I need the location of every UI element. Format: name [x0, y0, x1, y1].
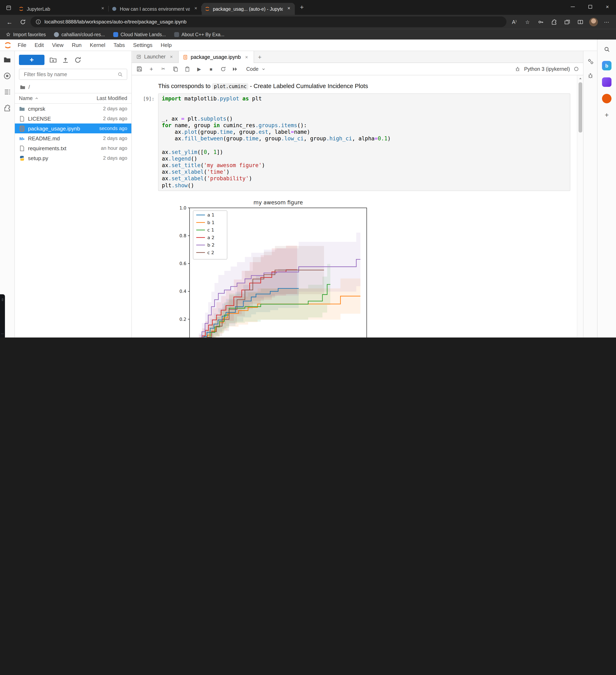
upload-icon[interactable]: [62, 56, 69, 64]
table-of-contents-icon[interactable]: [3, 88, 11, 96]
new-launcher-button[interactable]: +: [19, 55, 45, 65]
window-close-button[interactable]: ×: [599, 0, 616, 13]
tab-actions-icon[interactable]: [3, 3, 14, 13]
debugger-sidebar-icon[interactable]: [587, 72, 594, 79]
refresh-file-list-icon[interactable]: [74, 56, 81, 64]
address-bar[interactable]: localhost:8888/lab/workspaces/auto-e/tre…: [30, 16, 506, 27]
restart-run-all-button[interactable]: [231, 65, 238, 72]
column-header-modified[interactable]: Last Modified: [96, 95, 127, 101]
sidebar-app-icon[interactable]: [602, 94, 611, 103]
file-row-cmprsk[interactable]: cmprsk 2 days ago: [15, 104, 131, 114]
file-row-setup[interactable]: setup.py 2 days ago: [15, 153, 131, 163]
running-sessions-icon[interactable]: [3, 72, 11, 80]
file-row-requirements[interactable]: requirements.txt an hour ago: [15, 143, 131, 153]
jupyterlab-menubar: File Edit View Run Kernel Tabs Settings …: [0, 40, 597, 51]
folder-icon: [19, 105, 25, 112]
menu-tabs[interactable]: Tabs: [110, 40, 129, 50]
left-edge-docked-strip[interactable]: ▯ ⋯ ▯: [0, 294, 5, 338]
sidebar-app-icon[interactable]: [602, 77, 611, 87]
column-header-name[interactable]: Name: [19, 95, 96, 101]
cut-cells-button[interactable]: ✂: [160, 65, 167, 72]
property-inspector-icon[interactable]: [587, 58, 594, 65]
tab-close-icon[interactable]: ×: [193, 6, 199, 12]
svg-text:1.0: 1.0: [180, 205, 187, 210]
tab-close-icon[interactable]: ×: [286, 6, 292, 12]
copy-cells-button[interactable]: [172, 65, 179, 72]
split-screen-icon[interactable]: [575, 16, 586, 27]
copilot-icon[interactable]: b: [602, 61, 611, 70]
scrollbar-thumb[interactable]: [578, 82, 582, 133]
browser-tab-notebook[interactable]: package_usag... (auto-e) - Jupyte ×: [202, 3, 295, 15]
favorites-bar: Import favorites cahallian/cloud-res... …: [0, 29, 616, 40]
right-activity-bar: [583, 51, 597, 338]
interrupt-kernel-button[interactable]: ■: [208, 65, 214, 72]
file-row-package-usage-notebook[interactable]: package_usage.ipynb seconds ago: [15, 124, 131, 133]
new-tab-button[interactable]: +: [296, 2, 307, 13]
tab-close-icon[interactable]: ×: [99, 6, 106, 12]
menu-edit[interactable]: Edit: [31, 40, 48, 50]
browser-tab-jupyterlab[interactable]: JupyterLab ×: [16, 3, 109, 15]
site-info-icon[interactable]: [36, 19, 41, 25]
new-dock-tab-button[interactable]: +: [254, 51, 266, 63]
svg-text:my awesom figure: my awesom figure: [254, 200, 303, 206]
file-browser-panel: + / Name: [15, 51, 132, 338]
file-row-license[interactable]: LICENSE 2 days ago: [15, 114, 131, 124]
debugger-bug-icon[interactable]: [515, 66, 521, 72]
tab-title: How can I access environment va: [120, 6, 190, 11]
dock-tab-notebook[interactable]: package_usage.ipynb ×: [179, 51, 254, 63]
sidebar-search-icon[interactable]: [602, 45, 611, 54]
restart-kernel-button[interactable]: [219, 65, 226, 72]
dock-strip-glyph: ▯: [2, 298, 3, 301]
new-folder-icon[interactable]: [50, 56, 57, 64]
favorite-item[interactable]: cahallian/cloud-res...: [54, 32, 105, 37]
collections-icon[interactable]: [562, 16, 572, 27]
favorite-import[interactable]: Import favorites: [6, 32, 46, 37]
tab-close-icon[interactable]: ×: [244, 54, 250, 60]
insert-cell-button[interactable]: +: [148, 65, 155, 72]
dock-tab-launcher[interactable]: Launcher ×: [132, 51, 179, 63]
refresh-icon[interactable]: [17, 16, 28, 27]
scroll-up-icon[interactable]: [578, 75, 582, 81]
file-icon: [19, 145, 25, 151]
jupyter-logo: [3, 41, 12, 49]
menu-file[interactable]: File: [14, 40, 30, 50]
add-sidebar-app-icon[interactable]: +: [602, 110, 611, 120]
menu-view[interactable]: View: [48, 40, 67, 50]
svg-text:b 2: b 2: [207, 242, 214, 247]
extension-manager-icon[interactable]: [3, 104, 11, 112]
browser-menu-icon[interactable]: ⋯: [601, 16, 612, 27]
file-filter-box[interactable]: [19, 69, 127, 80]
run-cell-button[interactable]: ▶: [196, 65, 203, 72]
menu-settings[interactable]: Settings: [129, 40, 156, 50]
kernel-name[interactable]: Python 3 (ipykernel): [524, 66, 570, 72]
matplotlib-figure: 0123450.00.20.40.60.81.0my awesom figure…: [169, 199, 375, 338]
extensions-icon[interactable]: [548, 16, 559, 27]
read-aloud-icon[interactable]: A⁾: [509, 16, 520, 27]
profile-avatar[interactable]: [588, 16, 599, 27]
favorite-item[interactable]: About C++ By Exa...: [174, 32, 224, 37]
menu-kernel[interactable]: Kernel: [86, 40, 109, 50]
favorite-item[interactable]: Cloud Native Lands...: [113, 32, 166, 37]
browser-window: JupyterLab × How can I access environmen…: [0, 0, 616, 338]
svg-text:0.2: 0.2: [180, 316, 187, 322]
window-minimize-button[interactable]: [564, 0, 581, 13]
favorites-icon[interactable]: ☆: [522, 16, 533, 27]
browser-tab-search[interactable]: How can I access environment va ×: [109, 3, 202, 15]
password-icon[interactable]: [535, 16, 546, 27]
file-filter-input[interactable]: [23, 71, 117, 78]
paste-cells-button[interactable]: [184, 65, 191, 72]
back-icon[interactable]: ←: [4, 16, 15, 27]
code-editor[interactable]: import matplotlib.pyplot as plt _, ax = …: [158, 93, 570, 191]
window-maximize-button[interactable]: [581, 0, 599, 13]
file-row-readme[interactable]: M README.md 2 days ago: [15, 133, 131, 143]
save-button[interactable]: [136, 65, 143, 72]
menu-run[interactable]: Run: [68, 40, 85, 50]
menu-help[interactable]: Help: [157, 40, 176, 50]
kernel-status-icon: [573, 66, 579, 72]
breadcrumb[interactable]: /: [15, 83, 131, 93]
tab-close-icon[interactable]: ×: [168, 54, 174, 60]
cell-type-dropdown[interactable]: Code: [244, 65, 268, 73]
file-browser-icon[interactable]: [3, 56, 11, 64]
svg-text:c 1: c 1: [207, 227, 214, 233]
notebook-scrollbar[interactable]: [577, 75, 583, 338]
